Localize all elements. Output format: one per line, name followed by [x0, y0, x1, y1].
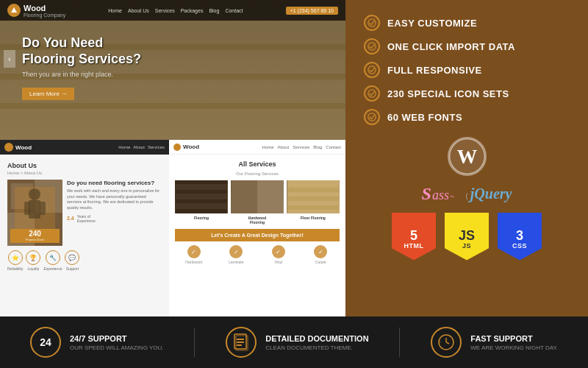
- svg-rect-31: [237, 342, 244, 343]
- icon-loyalty: 🏆 Loyalty: [26, 250, 40, 271]
- support-text: 24/7 SUPPORT OUR SPEED WILL AMAZING YOU.: [70, 334, 164, 351]
- nav-packages[interactable]: Packages: [181, 8, 204, 13]
- icon-reliability: ⭐ Reliability: [7, 250, 23, 271]
- svg-rect-4: [11, 183, 33, 209]
- svg-point-24: [368, 113, 376, 121]
- about-stat-label: Projects Done: [12, 238, 58, 241]
- wordpress-row: W: [364, 136, 570, 177]
- hero-body: ‹ Do You NeedFlooring Services? Then you…: [0, 21, 345, 115]
- about-section: About Us Home > About Us: [0, 155, 169, 278]
- services-content: All Services Our Flooring Services: [169, 155, 345, 274]
- contact-strip-text: Let's Create A Great Design Together!: [181, 233, 334, 238]
- hero-nav: Wood Flooring Company Home About Us Serv…: [0, 0, 345, 21]
- hero-section: Wood Flooring Company Home About Us Serv…: [0, 0, 345, 140]
- feature-text-1: EASY CUSTOMIZE: [387, 18, 477, 29]
- svg-rect-18: [287, 197, 339, 201]
- logo-icon: [7, 4, 21, 17]
- hero-logo: Wood Flooring Company: [7, 4, 65, 18]
- tech-section: W S ass ~ ⟨ jQuery: [364, 136, 570, 261]
- thumbnails-row: Wood Home About Services About Us Home >…: [0, 140, 345, 316]
- hero-cta-button[interactable]: Learn More →: [22, 88, 74, 100]
- nav-about[interactable]: About Us: [128, 8, 149, 13]
- svg-point-23: [368, 90, 376, 97]
- bottom-bar: 24 24/7 SUPPORT OUR SPEED WILL AMAZING Y…: [0, 316, 588, 368]
- service-img-1: [175, 180, 228, 213]
- feature-text-2: ONE CLICK IMPORT DATA: [387, 41, 515, 52]
- feature-3: FULL RESPONSIVE: [364, 62, 570, 78]
- fast-support-item: FAST SUPPORT WE ARE WORKING NIGHT DAY.: [431, 327, 558, 358]
- feature-text-5: 60 WEB FONTS: [387, 112, 462, 123]
- nav-contact[interactable]: Contact: [225, 8, 243, 13]
- service-img-3: [287, 180, 340, 213]
- about-logo: Wood: [4, 143, 32, 152]
- docs-subtitle: CLEAN DOCUMENTED THEME.: [265, 344, 368, 351]
- nav-home[interactable]: Home: [108, 8, 122, 13]
- svg-text:W: W: [456, 145, 477, 168]
- about-year-label: Years ofExperience: [77, 214, 96, 223]
- brand-subtitle: Flooring Company: [24, 13, 65, 18]
- scripts-row: S ass ~ ⟨ jQuery: [364, 184, 570, 204]
- service-label-2: HardwoodFlooring: [231, 216, 284, 224]
- check-icon-2: [364, 38, 380, 54]
- svg-rect-11: [176, 194, 227, 199]
- nav-services[interactable]: Services: [155, 8, 175, 13]
- svg-rect-15: [257, 180, 283, 213]
- svg-rect-7: [24, 202, 30, 215]
- check-icon-5: [364, 109, 380, 125]
- svg-point-22: [368, 66, 376, 74]
- clock-icon: [431, 327, 462, 358]
- support-title: 24/7 SUPPORT: [70, 334, 164, 343]
- service-card-1: Flooring: [175, 180, 228, 224]
- sass-logo: S ass ~: [422, 184, 454, 204]
- about-stat-box: 240 Projects Done: [10, 229, 60, 243]
- check-icon-1: [364, 15, 380, 31]
- svg-rect-17: [287, 188, 339, 192]
- jquery-logo: ⟨ jQuery: [465, 185, 512, 202]
- check-icon-3: [364, 62, 380, 78]
- icon-experience: 🔧 Experience: [43, 250, 62, 271]
- about-year: 2.4: [67, 216, 74, 221]
- docs-icon: [226, 327, 257, 358]
- hero-prev-button[interactable]: ‹: [4, 50, 15, 68]
- service-card-2: HardwoodFlooring: [231, 180, 284, 224]
- nav-blog[interactable]: Blog: [209, 8, 219, 13]
- about-content: 240 Projects Done Do you need flooring s…: [7, 180, 162, 246]
- fast-support-subtitle: WE ARE WORKING NIGHT DAY.: [470, 344, 558, 351]
- about-heading: Do you need flooring services?: [67, 180, 162, 186]
- about-logo-icon: [4, 143, 13, 152]
- feature-4: 230 SPECIAL ICON SETS: [364, 85, 570, 102]
- feature-2: ONE CLICK IMPORT DATA: [364, 38, 570, 54]
- fast-support-text: FAST SUPPORT WE ARE WORKING NIGHT DAY.: [470, 334, 558, 351]
- about-logo-text: Wood: [15, 144, 32, 151]
- fast-support-title: FAST SUPPORT: [470, 334, 558, 343]
- svg-rect-14: [232, 180, 257, 213]
- svg-rect-19: [287, 205, 339, 210]
- about-title: About Us: [7, 162, 162, 169]
- docs-item: DETAILED DOCUMENTION CLEAN DOCUMENTED TH…: [226, 327, 368, 358]
- about-image: 240 Projects Done: [7, 180, 62, 246]
- about-text: Do you need flooring services? We work w…: [67, 180, 162, 246]
- about-icons: ⭐ Reliability 🏆 Loyalty 🔧 Experience: [7, 250, 162, 271]
- js-number: JS: [459, 229, 475, 242]
- css3-label: CSS: [512, 242, 527, 250]
- hero-subtitle: Then you are in the right place.: [22, 71, 323, 78]
- svg-point-21: [368, 43, 376, 50]
- css3-number: 3: [516, 229, 523, 242]
- services-nav: Wood Home About Services Blog Contact: [169, 140, 345, 155]
- divider-2: [399, 328, 400, 357]
- support-item: 24 24/7 SUPPORT OUR SPEED WILL AMAZING Y…: [30, 327, 164, 358]
- svg-marker-0: [11, 7, 17, 13]
- check-icon-4: [364, 85, 380, 102]
- services-preview: Wood Home About Services Blog Contact Al…: [169, 140, 345, 316]
- about-preview: Wood Home About Services About Us Home >…: [0, 140, 169, 316]
- svg-rect-32: [237, 344, 242, 346]
- nav-phone: +1 (234) 567 89 10: [286, 7, 338, 15]
- service-label-1: Flooring: [175, 216, 228, 220]
- svg-rect-30: [237, 339, 244, 340]
- svg-line-36: [446, 342, 449, 344]
- html5-badge: 5 HTML: [391, 211, 437, 261]
- services-icons-row: ✓ Hardwood ✓ Laminate ✓ Vinyl ✓: [175, 241, 340, 268]
- feature-5: 60 WEB FONTS: [364, 109, 570, 125]
- service-img-2: [231, 180, 284, 213]
- feature-1: EASY CUSTOMIZE: [364, 15, 570, 31]
